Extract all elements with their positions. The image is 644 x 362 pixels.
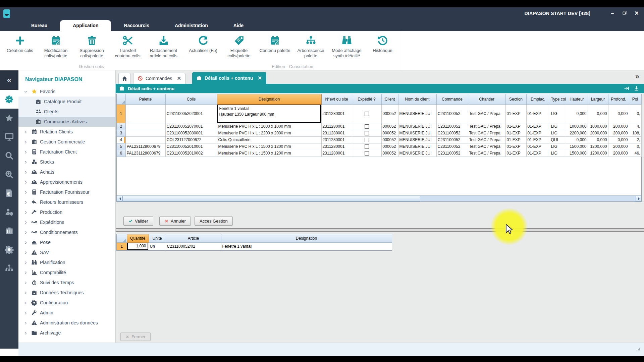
close-button[interactable]: ✕ — [633, 10, 640, 16]
sidebar-item-retours-fournisseurs[interactable]: Retours fournisseurs — [18, 197, 115, 207]
sidebar-item-comptabilit-[interactable]: Comptabilité — [18, 267, 115, 278]
annuler-button[interactable]: Annuler — [159, 217, 191, 226]
column-header[interactable]: Colis — [165, 94, 217, 104]
scroll-right-button[interactable] — [636, 196, 641, 201]
horizontal-splitter[interactable] — [116, 228, 644, 232]
sidebar-item-gestion-commerciale[interactable]: Gestion Commerciale — [18, 137, 115, 147]
sidebar-item-exp-ditions[interactable]: Expéditions — [18, 217, 115, 227]
column-header[interactable]: Commande — [436, 94, 468, 104]
column-header[interactable]: N°evt ou site — [321, 94, 352, 104]
rail-item-rosette[interactable] — [0, 90, 18, 109]
table-row[interactable]: 11,000UnC231100052/02Fenêtre 1 vantail — [117, 242, 392, 250]
expedie-checkbox[interactable] — [365, 124, 369, 129]
sidebar-item-admin[interactable]: Admin — [18, 308, 115, 318]
column-header[interactable]: Type colis — [550, 94, 566, 104]
home-tab[interactable] — [118, 73, 130, 84]
rail-item-doc-euro[interactable] — [0, 184, 18, 202]
expedie-checkbox[interactable] — [365, 112, 369, 116]
valider-button[interactable]: Valider — [123, 217, 153, 226]
ribbon-button[interactable]: Contenu palette — [257, 33, 293, 53]
sidebar-item-configuration[interactable]: Configuration — [18, 298, 115, 308]
close-tab-icon[interactable]: ✕ — [258, 75, 262, 81]
resize-grip[interactable] — [636, 347, 641, 352]
fermer-button[interactable]: Fermer — [120, 333, 151, 341]
sidebar-item-donn-es-techniques[interactable]: Données Techniques — [18, 288, 115, 298]
sidebar-item-facturation-client[interactable]: Facturation Client — [18, 147, 115, 157]
minimize-button[interactable]: – — [609, 10, 616, 16]
sidebar-item-clients[interactable]: Clients — [18, 107, 115, 117]
sidebar-item-conditionnements[interactable]: Conditionnements — [18, 227, 115, 237]
sidebar-item-suivi-des-temps[interactable]: Suivi des Temps — [18, 278, 115, 288]
tab-commandes[interactable]: Commandes ✕ — [133, 73, 185, 84]
acces-gestion-button[interactable]: Accès Gestion — [195, 217, 233, 226]
ribbon-button[interactable]: Arborescence palette — [293, 33, 329, 58]
column-header[interactable]: Client — [381, 94, 398, 104]
menu-tab-bureau[interactable]: Bureau — [18, 20, 60, 31]
rail-item-star[interactable] — [0, 109, 18, 127]
sidebar-item-approvisionnements[interactable]: Approvisionnements — [18, 177, 115, 187]
sidebar-item-achats[interactable]: Achats — [18, 167, 115, 177]
sidebar-item-favoris[interactable]: Favoris — [18, 86, 115, 97]
ribbon-button[interactable]: Historique — [365, 33, 400, 53]
ribbon-button[interactable]: Rattachement article au colis — [146, 33, 181, 58]
menu-tab-raccourcis[interactable]: Raccourcis — [111, 20, 162, 31]
sidebar-item-facturation-fournisseur[interactable]: Facturation Fournisseur — [18, 187, 115, 197]
column-header[interactable]: Largeur — [588, 94, 608, 104]
table-row[interactable]: 2C231100052070001Menuiserie PVC H x L : … — [117, 123, 641, 130]
table-row[interactable]: 6PAL231128000679C231100052010002Menuiser… — [117, 150, 641, 157]
column-header[interactable]: Unité — [149, 234, 166, 242]
ribbon-button[interactable]: Suppression colis/palette — [74, 33, 110, 58]
column-header[interactable]: Hauteur — [566, 94, 588, 104]
table-row[interactable]: 5PAL231128000679C231100052010001Menuiser… — [117, 143, 641, 150]
expedie-checkbox[interactable] — [365, 151, 369, 156]
expedie-checkbox[interactable] — [365, 138, 369, 142]
rail-item-monitor[interactable] — [0, 127, 18, 146]
sidebar-item-commandes-actives[interactable]: Commandes Actives — [18, 117, 115, 127]
table-row[interactable]: 1C231100052020001Fenêtre 1 vantail Haute… — [117, 104, 641, 123]
rail-item-sitemap[interactable] — [0, 259, 18, 278]
column-header[interactable]: Emplac. — [526, 94, 550, 104]
column-header[interactable]: Quantité — [127, 234, 149, 242]
sidebar-item-production[interactable]: Production — [18, 207, 115, 217]
rail-item-user-shield[interactable] — [0, 202, 18, 221]
sidebar-item-pose[interactable]: Pose — [18, 237, 115, 247]
tabs-overflow-button[interactable]: » — [635, 72, 639, 80]
column-header[interactable]: Palette — [125, 94, 165, 104]
menu-tab-application[interactable]: Application — [60, 20, 111, 31]
tab-detail-colis-contenu[interactable]: Détail colis + contenu ✕ — [192, 72, 266, 84]
scrollbar-thumb[interactable] — [122, 196, 420, 201]
restore-button[interactable] — [621, 10, 628, 16]
column-header[interactable]: Chantier — [468, 94, 505, 104]
rail-item-gear[interactable] — [0, 240, 18, 259]
ribbon-button[interactable]: Modification colis/palette — [38, 33, 74, 58]
sidebar-item-sav[interactable]: SAV — [18, 247, 115, 257]
close-tab-icon[interactable]: ✕ — [177, 75, 181, 81]
sidebar-item-archivage[interactable]: Archivage — [18, 328, 115, 338]
column-header[interactable]: Nom du client — [398, 94, 436, 104]
sidebar-collapse-button[interactable]: « — [0, 70, 18, 90]
scroll-left-button[interactable] — [117, 196, 122, 201]
menu-tab-administration[interactable]: Administration — [162, 20, 221, 31]
sidebar-item-planification[interactable]: Planification — [18, 257, 115, 267]
quantite-edit-field[interactable]: 1,000 — [127, 243, 148, 250]
rail-item-suitcase[interactable] — [0, 221, 18, 240]
ribbon-button[interactable]: Création colis — [2, 33, 38, 53]
sidebar-item-catalogue-produit[interactable]: Catalogue Produit — [18, 97, 115, 107]
expedie-checkbox[interactable] — [365, 144, 369, 149]
column-header[interactable]: Article — [166, 234, 221, 242]
rail-item-search[interactable] — [0, 146, 18, 165]
designation-edit-field[interactable]: Fenêtre 1 vantail Hauteur 1350 Largeur 8… — [217, 105, 321, 123]
table-row[interactable]: 4COL231127000672Colis Quincaillerie23112… — [117, 136, 641, 143]
ribbon-button[interactable]: Actualiser (F5) — [185, 33, 221, 53]
download-icon[interactable] — [634, 85, 639, 91]
sidebar-item-stocks[interactable]: Stocks — [18, 157, 115, 167]
sidebar-item-relation-clients[interactable]: Relation Clients — [18, 127, 115, 137]
sidebar-item-administration-des-donn-es[interactable]: Administration des données — [18, 318, 115, 328]
ribbon-button[interactable]: Transfert contenu colis — [110, 33, 146, 58]
expedie-checkbox[interactable] — [365, 131, 369, 135]
menu-tab-aide[interactable]: Aide — [221, 20, 256, 31]
ribbon-button[interactable]: Etiquette colis/palette — [221, 33, 257, 58]
column-header[interactable]: Profond. — [608, 94, 629, 104]
horizontal-scrollbar[interactable] — [117, 195, 641, 201]
column-header[interactable]: Poi — [629, 94, 641, 104]
